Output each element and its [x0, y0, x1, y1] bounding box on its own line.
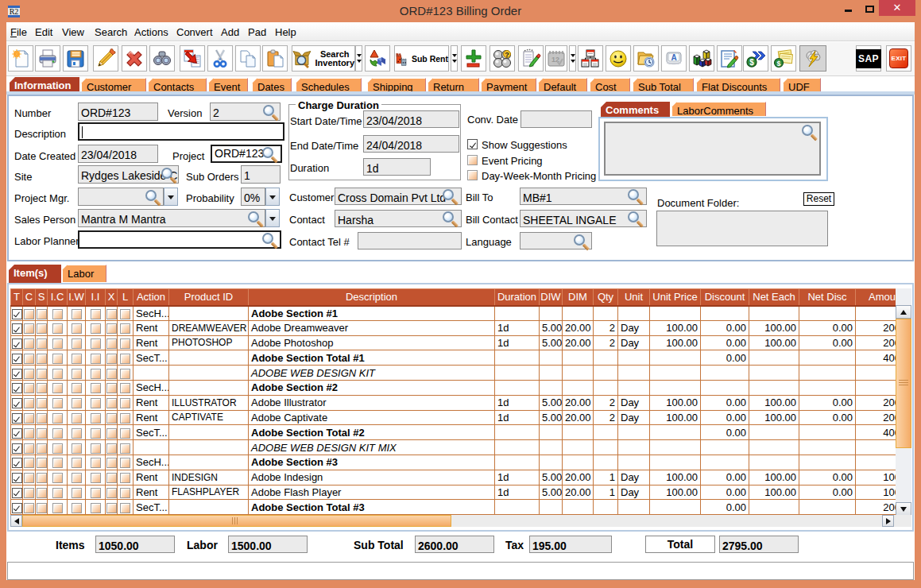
svg-text:$: $: [776, 59, 780, 67]
svg-text:?: ?: [505, 50, 509, 58]
svg-text:$: $: [749, 58, 754, 67]
svg-text:A: A: [671, 52, 676, 61]
